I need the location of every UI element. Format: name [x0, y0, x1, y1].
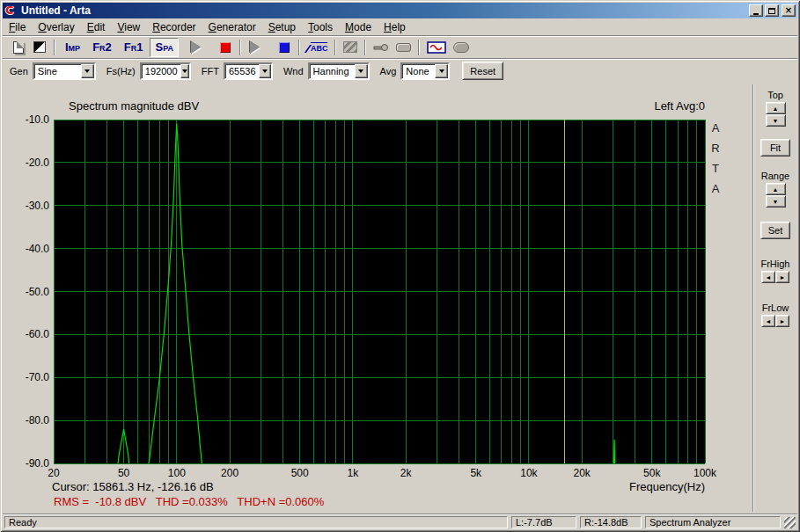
fs-value: 192000 — [142, 64, 180, 78]
toolbar-separator — [334, 40, 336, 55]
dropdown-arrow-icon[interactable] — [81, 64, 94, 78]
app-icon: C — [5, 4, 18, 17]
title-bar: C Untitled - Arta × — [3, 3, 797, 18]
top-label: Top — [767, 90, 783, 100]
record-button[interactable] — [216, 38, 235, 57]
fr1-mode-button[interactable]: Fr1 — [119, 38, 149, 57]
svg-text:-30.0: -30.0 — [26, 200, 50, 212]
range-up-button[interactable]: ▲ — [766, 183, 786, 195]
status-bar: Ready L:-7.7dB R:-14.8dB Spectrum Analyz… — [3, 514, 797, 529]
spectrum-plot[interactable]: -10.0-20.0-30.0-40.0-50.0-60.0-70.0-80.0… — [4, 84, 748, 512]
frlow-right-button[interactable]: ► — [775, 315, 789, 327]
toolbar-separator — [239, 40, 241, 55]
menu-mode[interactable]: Mode — [339, 19, 378, 35]
frlow-label: FrLow — [762, 302, 789, 313]
fit-button[interactable]: Fit — [760, 139, 790, 157]
gray-rounded-button[interactable] — [451, 38, 472, 57]
menu-setup[interactable]: Setup — [262, 19, 302, 35]
avg-combo[interactable]: None — [400, 62, 450, 80]
frhigh-right-button[interactable]: ► — [775, 271, 789, 283]
wnd-combo[interactable]: Hanning — [308, 62, 370, 80]
overlay-icon — [33, 41, 46, 53]
dropdown-arrow-icon[interactable] — [435, 64, 448, 78]
generator-play-button[interactable] — [246, 38, 265, 57]
sine-wave-icon — [427, 41, 446, 54]
fft-field: FFT 65536 — [202, 62, 273, 80]
avg-value: None — [402, 64, 435, 78]
mode-indicator: Spectrum Analyzer — [645, 516, 781, 528]
range-down-button[interactable]: ▼ — [766, 195, 786, 208]
probe-pin-button[interactable] — [371, 38, 392, 57]
svg-text:20: 20 — [48, 467, 60, 479]
plot-title: Spectrum magnitude dBV — [69, 99, 199, 113]
dropdown-arrow-icon[interactable] — [259, 64, 271, 78]
frhigh-label: FrHigh — [760, 259, 789, 269]
range-spinner: ▲ ▼ — [766, 183, 786, 208]
gray-slot-button[interactable] — [393, 38, 414, 57]
wnd-value: Hanning — [310, 64, 355, 78]
svg-text:-80.0: -80.0 — [26, 414, 50, 426]
maximize-button[interactable] — [765, 4, 779, 17]
x-axis-tick-labels: 20501002005001k2k5k10k20k50k100k — [48, 467, 717, 479]
close-button[interactable]: × — [782, 4, 796, 17]
right-control-panel: Top ▲ ▼ Fit Range ▲ ▼ Set FrHigh ◄ ► FrL… — [752, 84, 797, 512]
svg-text:50k: 50k — [643, 467, 661, 479]
close-icon: × — [785, 6, 792, 15]
frlow-left-button[interactable]: ◄ — [761, 315, 775, 327]
fr2-mode-button[interactable]: Fr2 — [87, 38, 117, 57]
svg-text:-20.0: -20.0 — [26, 157, 50, 169]
menu-edit[interactable]: Edit — [81, 19, 112, 35]
svg-text:2k: 2k — [400, 467, 413, 479]
menu-recorder[interactable]: Recorder — [146, 19, 202, 35]
stop-button[interactable] — [275, 38, 294, 57]
app-window: C Untitled - Arta × File Overlay Edit Vi… — [0, 0, 800, 532]
minimize-button[interactable] — [749, 4, 763, 17]
overlay-button[interactable] — [30, 38, 49, 57]
set-button[interactable]: Set — [760, 222, 790, 239]
wnd-field: Wnd Hanning — [283, 62, 370, 80]
fs-combo[interactable]: 192000 — [140, 62, 191, 80]
menu-bar: File Overlay Edit View Recorder Generato… — [3, 18, 797, 35]
frhigh-left-button[interactable]: ◄ — [761, 271, 775, 283]
marker-label-button[interactable]: ABC — [305, 38, 331, 57]
gen-label: Gen — [10, 66, 28, 77]
dropdown-arrow-icon[interactable] — [180, 64, 189, 78]
gray-rounded-icon — [453, 42, 469, 53]
top-down-button[interactable]: ▼ — [766, 114, 786, 127]
imp-mode-button[interactable]: Imp — [60, 38, 85, 57]
menu-overlay[interactable]: Overlay — [32, 19, 80, 35]
main-toolbar: Imp Fr2 Fr1 Spa ABC — [3, 35, 797, 58]
wnd-label: Wnd — [283, 66, 304, 77]
new-file-button[interactable] — [9, 38, 28, 57]
gen-value: Sine — [34, 64, 81, 78]
stop-icon — [279, 42, 290, 53]
range-label: Range — [761, 171, 789, 181]
spectrum-graph-panel[interactable]: -10.0-20.0-30.0-40.0-50.0-60.0-70.0-80.0… — [4, 84, 748, 512]
svg-text:500: 500 — [291, 467, 309, 479]
play-button[interactable] — [187, 38, 206, 57]
menu-generator[interactable]: Generator — [202, 19, 262, 35]
dropdown-arrow-icon[interactable] — [355, 64, 368, 78]
right-level-indicator: R:-14.8dB — [580, 516, 642, 528]
probe-pin-icon — [373, 41, 389, 54]
resize-grip[interactable] — [784, 517, 796, 528]
svg-text:20k: 20k — [573, 467, 591, 479]
toolbar-separator — [418, 40, 420, 55]
window-title: Untitled - Arta — [21, 4, 747, 17]
toolbar-separator — [54, 40, 55, 55]
top-up-button[interactable]: ▲ — [766, 102, 786, 114]
menu-tools[interactable]: Tools — [302, 19, 339, 35]
svg-text:-40.0: -40.0 — [26, 243, 50, 255]
minimize-icon — [753, 13, 759, 15]
menu-help[interactable]: Help — [378, 19, 412, 35]
svg-text:-50.0: -50.0 — [26, 286, 50, 298]
menu-file[interactable]: File — [3, 19, 32, 35]
spa-mode-button[interactable]: Spa — [150, 38, 179, 57]
gen-combo[interactable]: Sine — [33, 62, 96, 80]
svg-text:-10.0: -10.0 — [26, 113, 50, 126]
hatched-display-button[interactable] — [341, 38, 360, 57]
fft-combo[interactable]: 65536 — [224, 62, 273, 80]
reset-button[interactable]: Reset — [462, 62, 503, 80]
menu-view[interactable]: View — [111, 19, 146, 35]
sine-generator-button[interactable] — [424, 38, 449, 57]
